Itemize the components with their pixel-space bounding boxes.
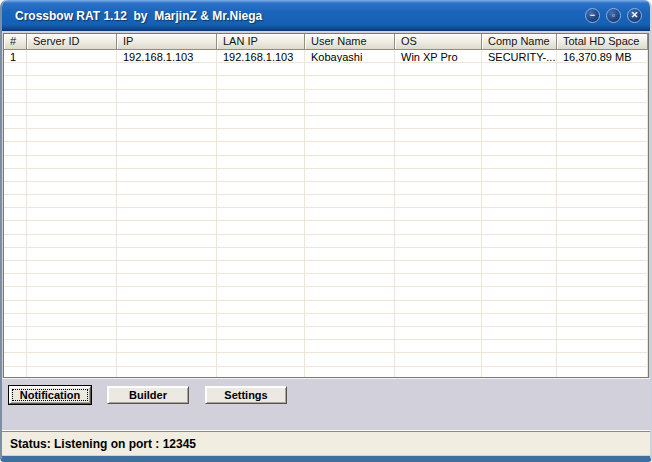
cell-server-id [27, 182, 117, 195]
close-icon[interactable]: ✕ [627, 8, 642, 23]
column-header-total-hd-space[interactable]: Total HD Space [557, 34, 648, 49]
cell-os [395, 340, 482, 353]
app-window: Crossbow RAT 1.12 by MarjinZ & Mr.Niega … [0, 0, 652, 462]
cell-total-hd-space [557, 221, 648, 234]
table-row-empty [4, 301, 648, 314]
cell-comp-name [482, 208, 557, 221]
notification-button[interactable]: Notification [9, 386, 91, 404]
column-header-user-name[interactable]: User Name [305, 34, 395, 49]
status-bar: Status: Listening on port : 12345 [2, 431, 650, 455]
cell-user-name: Kobayashi [305, 50, 395, 63]
cell-comp-name [482, 221, 557, 234]
table-row-empty [4, 195, 648, 208]
cell-server-id [27, 248, 117, 261]
cell-ip: 192.168.1.103 [117, 50, 217, 63]
cell-os [395, 182, 482, 195]
cell-server-id [27, 169, 117, 182]
cell-ip [117, 248, 217, 261]
cell-ip [117, 353, 217, 366]
table-row-empty [4, 76, 648, 89]
titlebar: Crossbow RAT 1.12 by MarjinZ & Mr.Niega … [2, 0, 650, 31]
cell-server-id [27, 195, 117, 208]
cell-os [395, 314, 482, 327]
cell-comp-name [482, 314, 557, 327]
cell-total-hd-space [557, 169, 648, 182]
cell-comp-name [482, 261, 557, 274]
cell-server-id [27, 274, 117, 287]
cell-ip [117, 142, 217, 155]
cell-os [395, 367, 482, 378]
cell-server-id [27, 353, 117, 366]
cell-total-hd-space [557, 235, 648, 248]
cell-server-id [27, 301, 117, 314]
cell-ip [117, 63, 217, 76]
button-bar: Notification Builder Settings [2, 378, 650, 410]
cell-comp-name [482, 367, 557, 378]
cell-user-name [305, 208, 395, 221]
cell-lan-ip [217, 261, 305, 274]
cell-os [395, 235, 482, 248]
cell-comp-name: SECURITY-... [482, 50, 557, 63]
cell-num: 1 [4, 50, 27, 63]
cell-comp-name [482, 142, 557, 155]
cell-comp-name [482, 76, 557, 89]
cell-num [4, 301, 27, 314]
cell-total-hd-space [557, 103, 648, 116]
cell-comp-name [482, 301, 557, 314]
builder-button[interactable]: Builder [107, 386, 189, 404]
cell-os [395, 129, 482, 142]
column-header-comp-name[interactable]: Comp Name [482, 34, 557, 49]
minimize-icon[interactable]: − [585, 8, 600, 23]
cell-comp-name [482, 63, 557, 76]
cell-user-name [305, 327, 395, 340]
column-header-lan-ip[interactable]: LAN IP [217, 34, 305, 49]
table-row-empty [4, 103, 648, 116]
cell-server-id [27, 235, 117, 248]
cell-comp-name [482, 103, 557, 116]
cell-num [4, 195, 27, 208]
cell-user-name [305, 182, 395, 195]
cell-total-hd-space [557, 274, 648, 287]
client-listview[interactable]: #Server IDIPLAN IPUser NameOSComp NameTo… [3, 33, 649, 378]
cell-num [4, 156, 27, 169]
table-row-empty [4, 287, 648, 300]
cell-ip [117, 195, 217, 208]
cell-ip [117, 235, 217, 248]
cell-total-hd-space [557, 301, 648, 314]
cell-os [395, 208, 482, 221]
cell-user-name [305, 314, 395, 327]
cell-total-hd-space [557, 353, 648, 366]
cell-user-name [305, 287, 395, 300]
maximize-icon[interactable]: ▫ [606, 8, 621, 23]
column-header-server-id[interactable]: Server ID [27, 34, 117, 49]
cell-comp-name [482, 327, 557, 340]
column-header-os[interactable]: OS [395, 34, 482, 49]
cell-total-hd-space [557, 63, 648, 76]
cell-user-name [305, 221, 395, 234]
cell-num [4, 208, 27, 221]
cell-comp-name [482, 116, 557, 129]
cell-total-hd-space [557, 367, 648, 378]
cell-server-id [27, 221, 117, 234]
cell-lan-ip [217, 63, 305, 76]
cell-os: Win XP Pro [395, 50, 482, 63]
cell-num [4, 142, 27, 155]
table-row[interactable]: 1192.168.1.103192.168.1.103KobayashiWin … [4, 50, 648, 63]
table-row-empty [4, 261, 648, 274]
table-row-empty [4, 340, 648, 353]
settings-button[interactable]: Settings [205, 386, 287, 404]
cell-total-hd-space [557, 261, 648, 274]
table-row-empty [4, 129, 648, 142]
cell-server-id [27, 90, 117, 103]
column-header-num[interactable]: # [4, 34, 27, 49]
cell-comp-name [482, 353, 557, 366]
cell-os [395, 103, 482, 116]
column-header-ip[interactable]: IP [117, 34, 217, 49]
cell-ip [117, 90, 217, 103]
cell-user-name [305, 63, 395, 76]
cell-server-id [27, 142, 117, 155]
cell-user-name [305, 169, 395, 182]
cell-comp-name [482, 340, 557, 353]
cell-server-id [27, 340, 117, 353]
cell-lan-ip [217, 195, 305, 208]
